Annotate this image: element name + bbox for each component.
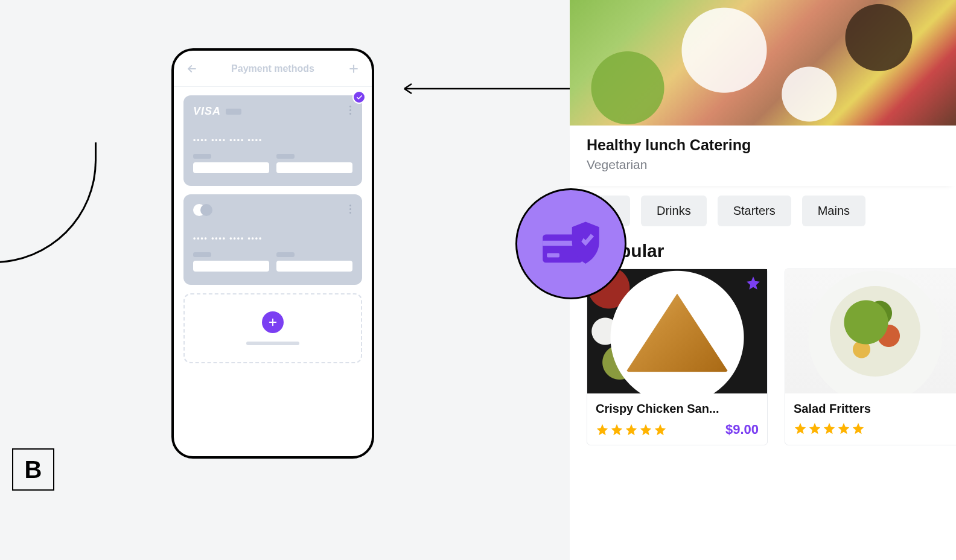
brand-logo-letter: B <box>25 456 42 483</box>
restaurant-subtitle: Vegetarian <box>587 158 939 172</box>
payment-card-mastercard[interactable]: •••• •••• •••• •••• <box>183 194 362 285</box>
add-card-label-placeholder <box>246 342 299 345</box>
card-more-icon[interactable] <box>345 203 355 215</box>
card-more-icon[interactable] <box>345 104 355 116</box>
card-number: •••• •••• •••• •••• <box>193 234 352 243</box>
card-field-cvv <box>276 154 352 173</box>
star-icon <box>837 422 850 435</box>
rating-stars <box>596 423 667 436</box>
section-title: t popular <box>570 226 956 269</box>
phone-body: VISA •••• •••• •••• •••• •••• •••• •••• … <box>174 87 372 372</box>
card-number: •••• •••• •••• •••• <box>193 136 352 144</box>
star-icon <box>852 422 865 435</box>
category-tab-drinks[interactable]: Drinks <box>641 196 707 226</box>
star-icon <box>639 423 652 436</box>
food-card[interactable]: Salad Fritters <box>785 269 956 445</box>
rating-stars <box>794 422 865 435</box>
secure-payment-badge <box>515 188 626 299</box>
card-brand-row: VISA <box>193 105 352 118</box>
restaurant-hero-image <box>570 0 956 126</box>
food-name: Salad Fritters <box>794 402 956 416</box>
card-shield-icon <box>540 218 602 269</box>
star-icon <box>823 422 836 435</box>
phone-title: Payment methods <box>231 63 314 74</box>
star-icon <box>610 423 623 436</box>
restaurant-title: Healthy lunch Catering <box>587 136 939 154</box>
star-icon <box>625 423 638 436</box>
star-icon <box>794 422 807 435</box>
food-name: Crispy Chicken San... <box>596 402 759 416</box>
card-chip-placeholder <box>226 109 241 115</box>
connector-arrow-icon <box>397 81 572 96</box>
food-price: $9.00 <box>725 422 759 438</box>
add-payment-button[interactable] <box>346 62 361 76</box>
food-image <box>785 269 956 393</box>
category-tabs: ks Drinks Starters Mains <box>570 186 956 226</box>
brand-logo: B <box>12 448 54 491</box>
visa-logo: VISA <box>193 105 221 118</box>
selected-check-icon <box>352 91 366 104</box>
favorite-star-icon[interactable] <box>745 275 761 291</box>
phone-mock-payment-methods: Payment methods VISA •••• •••• •••• •••• <box>171 48 374 459</box>
food-image <box>587 269 767 393</box>
restaurant-info: Healthy lunch Catering Vegetarian <box>570 126 956 186</box>
svg-rect-8 <box>547 253 559 258</box>
add-card-placeholder[interactable] <box>183 293 362 363</box>
card-brand-row <box>193 204 352 216</box>
payment-card-visa[interactable]: VISA •••• •••• •••• •••• <box>183 95 362 186</box>
category-tab-mains[interactable]: Mains <box>802 196 865 226</box>
card-field-cvv <box>276 252 352 272</box>
star-icon <box>808 422 821 435</box>
star-icon <box>596 423 609 436</box>
phone-header: Payment methods <box>174 51 372 87</box>
category-tab-starters[interactable]: Starters <box>718 196 791 226</box>
food-card[interactable]: Crispy Chicken San... $9.00 <box>587 269 768 445</box>
mastercard-logo-icon <box>193 204 212 216</box>
back-arrow-icon[interactable] <box>185 62 199 76</box>
card-field-expiry <box>193 154 269 173</box>
star-icon <box>654 423 667 436</box>
restaurant-screen: Healthy lunch Catering Vegetarian ks Dri… <box>570 0 956 560</box>
card-field-expiry <box>193 252 269 272</box>
decorative-arc <box>0 142 97 263</box>
food-card-row: Crispy Chicken San... $9.00 Salad Fritte… <box>570 269 956 445</box>
add-card-icon <box>262 311 284 333</box>
